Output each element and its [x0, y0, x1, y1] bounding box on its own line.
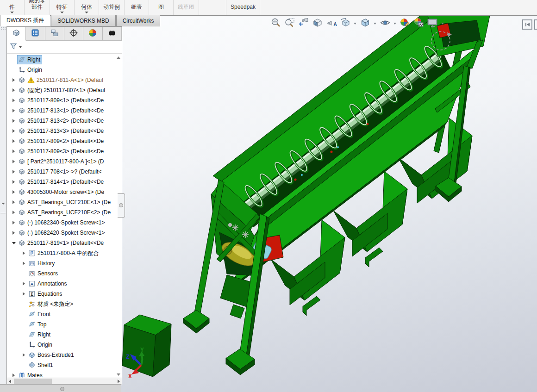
ribbon-item-hidden-components[interactable]: 藏的零部件 — [25, 0, 50, 15]
tree-item-history[interactable]: History — [7, 258, 122, 268]
expand-arrow-icon[interactable] — [23, 261, 25, 265]
tree-item-2510117-819-1-default-de[interactable]: 2510117-819<1> (Default<<De — [7, 238, 122, 248]
ribbon-tab-0[interactable]: DWORKS 插件 — [0, 15, 50, 26]
dropdown-caret-icon[interactable] — [393, 23, 396, 25]
tree-item-shell1[interactable]: Shell1 — [7, 360, 122, 370]
expand-arrow-icon[interactable] — [12, 180, 15, 184]
zoom-to-fit-button[interactable] — [270, 18, 281, 29]
tree-item-annotations[interactable]: AAnnotations — [7, 279, 122, 289]
tree-item-origin[interactable]: Origin — [7, 65, 122, 75]
section-view-button[interactable] — [312, 18, 323, 29]
panel-splitter[interactable] — [118, 193, 125, 218]
tree-item--固定-2510117-807-1-defaul[interactable]: (固定) 2510117-807<1> (Defaul — [7, 85, 122, 95]
bottom-grip-icon[interactable] — [60, 387, 64, 391]
tree-item-boss-extrude1[interactable]: Boss-Extrude1 — [7, 350, 122, 360]
ribbon-item-motion-study[interactable]: 动算例 — [99, 0, 125, 15]
tree-item-2510117-814-1-default-de[interactable]: 2510117-814<1> (Default<<De — [7, 177, 122, 187]
panel-tab-configurationmanager[interactable] — [45, 27, 64, 41]
tree-item--10682340-spoket-screw-1-[interactable]: (-) 10682340-Spoket Screw<1> — [7, 218, 122, 228]
tree-item-2510117-809-3-default-de[interactable]: 2510117-809<3> (Default<<De — [7, 146, 122, 156]
tree-item-材质-未指定-[interactable]: 材质 <未指定> — [7, 299, 122, 309]
tree-item-43005300-motor-screw-1-de[interactable]: 43005300-Motor screw<1> (De — [7, 187, 122, 197]
ribbon-item-reference-geometry[interactable]: 何体 — [75, 0, 99, 15]
ribbon-item-explode-line-sketch[interactable]: 线草图 — [174, 0, 199, 15]
tree-horizontal-scrollbar[interactable] — [7, 378, 122, 385]
collapse-arrow-icon[interactable] — [12, 242, 16, 244]
panel-tab-propertymanager[interactable] — [26, 27, 45, 41]
zoom-to-area-button[interactable] — [284, 18, 295, 29]
display-style-button[interactable] — [359, 18, 371, 29]
tree-filter-row[interactable] — [7, 41, 122, 54]
panel-tab-displaymanager[interactable] — [83, 27, 102, 41]
annotation-visibility-button[interactable]: A — [325, 18, 337, 29]
tree-item-origin[interactable]: Origin — [7, 340, 122, 350]
rail-caret-icon[interactable] — [1, 203, 5, 205]
tree-item-right[interactable]: Right — [7, 55, 122, 65]
tree-item-right[interactable]: Right — [7, 330, 122, 340]
view-orientation-button[interactable] — [339, 18, 351, 29]
expand-arrow-icon[interactable] — [12, 88, 15, 92]
expand-arrow-icon[interactable] — [23, 292, 25, 296]
expand-arrow-icon[interactable] — [12, 170, 15, 174]
graphics-viewport[interactable]: Z Y X A — [0, 16, 537, 392]
expand-arrow-icon[interactable] — [12, 231, 15, 235]
ribbon-item-components[interactable]: 件 — [0, 0, 25, 15]
panel-tab-addins[interactable] — [103, 27, 122, 41]
dropdown-caret-icon[interactable] — [374, 23, 376, 25]
model-left-bottom-box[interactable] — [122, 315, 171, 377]
ribbon-item-bill-of-materials[interactable]: 细表 — [125, 0, 149, 15]
dropdown-caret-icon[interactable] — [441, 23, 444, 25]
expand-arrow-icon[interactable] — [12, 211, 15, 214]
tree-item--part2-2510117-800-a-1-d[interactable]: [ Part2^2510117-800-A ]<1> (D — [7, 156, 122, 167]
ribbon-tab-1[interactable]: SOLIDWORKS MBD — [51, 15, 115, 26]
expand-arrow-icon[interactable] — [12, 129, 15, 133]
apply-scene-button[interactable] — [413, 18, 425, 29]
edit-appearance-button[interactable] — [399, 18, 411, 29]
tree-item-2510117-809-2-default-de[interactable]: 2510117-809<2> (Default<<De — [7, 136, 122, 146]
expand-arrow-icon[interactable] — [12, 190, 15, 194]
ribbon-tab-2[interactable]: CircuitWorks — [116, 15, 161, 26]
task-pane-collapse-button[interactable] — [522, 19, 532, 30]
tree-item-2510117-811-a-1-defaul[interactable]: 2510117-811-A<1> (Defaul — [7, 75, 122, 85]
hscroll-right-arrow[interactable] — [118, 380, 120, 383]
panel-tab-dimxpertmanager[interactable] — [64, 27, 83, 41]
ribbon-item-assembly-features[interactable]: 特征 — [50, 0, 75, 15]
tree-item-2510117-813-1-default-de[interactable]: 2510117-813<1> (Default<<De — [7, 106, 122, 116]
previous-view-button[interactable] — [298, 18, 309, 29]
tree-item-2510117-813-3-default-de[interactable]: 2510117-813<3> (Default<<De — [7, 126, 122, 136]
tree-item-equations[interactable]: ΣEquations — [7, 289, 122, 299]
expand-arrow-icon[interactable] — [12, 109, 15, 112]
view-settings-button[interactable] — [427, 18, 438, 29]
expand-arrow-icon[interactable] — [12, 373, 15, 377]
expand-arrow-icon[interactable] — [12, 149, 15, 153]
hscroll-thumb[interactable] — [14, 379, 52, 384]
tree-scroll-up[interactable] — [117, 56, 120, 59]
dropdown-caret-icon[interactable] — [354, 23, 356, 25]
tree-item-2510117-813-2-default-de[interactable]: 2510117-813<2> (Default<<De — [7, 116, 122, 126]
filter-funnel-icon[interactable] — [9, 42, 18, 52]
tree-item-2510117-809-1-default-de[interactable]: 2510117-809<1> (Default<<De — [7, 95, 122, 106]
expand-arrow-icon[interactable] — [23, 282, 25, 286]
tree-item--10682420-spoket-screw-1-[interactable]: (-) 10682420-Spoket Screw<1> — [7, 228, 122, 238]
hide-show-items-button[interactable] — [379, 18, 391, 29]
expand-arrow-icon[interactable] — [12, 200, 15, 204]
tree-item-2510117-800-a-中的配合[interactable]: 2510117-800-A 中的配合 — [7, 248, 122, 258]
filter-caret-icon[interactable] — [19, 46, 22, 48]
tree-item-sensors[interactable]: Sensors — [7, 268, 122, 279]
ribbon-item-exploded-view[interactable]: 图 — [149, 0, 174, 15]
expand-arrow-icon[interactable] — [23, 251, 25, 255]
hscroll-left-arrow[interactable] — [9, 380, 11, 383]
expand-arrow-icon[interactable] — [12, 139, 15, 143]
tree-item-top[interactable]: Top — [7, 319, 122, 330]
task-pane-collapse-button-2[interactable] — [534, 19, 537, 30]
expand-arrow-icon[interactable] — [12, 99, 15, 102]
expand-arrow-icon[interactable] — [12, 119, 15, 123]
tree-item-ast-bearings-ucf210e-1-de[interactable]: AST_Bearings_UCF210E<1> (De — [7, 197, 122, 207]
tree-item-front[interactable]: Front — [7, 309, 122, 319]
expand-arrow-icon[interactable] — [12, 78, 15, 82]
ribbon-item-speedpak[interactable]: Speedpak — [226, 0, 260, 15]
expand-arrow-icon[interactable] — [12, 160, 15, 163]
panel-tab-featuremanager-tree[interactable] — [7, 27, 26, 41]
tree-item-ast-bearings-ucf210e-2-de[interactable]: AST_Bearings_UCF210E<2> (De — [7, 207, 122, 218]
tree-item-mates[interactable]: Mates — [7, 370, 122, 378]
